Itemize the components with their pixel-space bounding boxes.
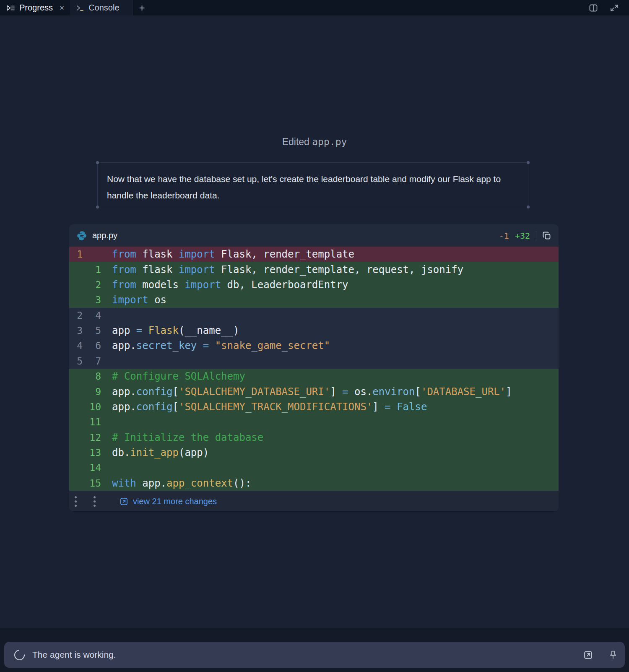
status-text: The agent is working. <box>32 650 116 660</box>
tab-console[interactable]: Console <box>70 0 132 16</box>
new-line-number: 15 <box>83 478 101 489</box>
code-line: app.config['SQLALCHEMY_TRACK_MODIFICATIO… <box>112 401 427 413</box>
diff-row: 9app.config['SQLALCHEMY_DATABASE_URI'] =… <box>69 384 559 399</box>
diff-card: app.py -1 +32 1from flask import Flask, … <box>69 224 559 511</box>
diff-row: 1from flask import Flask, render_templat… <box>69 262 559 277</box>
view-more-changes-label: view 21 more changes <box>133 497 217 506</box>
close-icon[interactable]: × <box>60 4 64 12</box>
tab-progress[interactable]: Progress × <box>0 0 70 16</box>
diff-rows: 1from flask import Flask, render_templat… <box>69 247 559 491</box>
new-line-number: 4 <box>83 310 101 321</box>
diff-row: 2from models import db, LeaderboardEntry <box>69 277 559 292</box>
diff-row: 13db.init_app(app) <box>69 445 559 460</box>
code-line: with app.app_context(): <box>112 477 251 489</box>
old-line-number: 2 <box>69 310 83 321</box>
code-line: from flask import Flask, render_template <box>112 248 354 260</box>
more-options-icon <box>75 496 77 507</box>
diff-row: 15with app.app_context(): <box>69 476 559 491</box>
code-line: app.secret_key = "snake_game_secret" <box>112 340 330 352</box>
diff-row: 24 <box>69 308 559 323</box>
diff-row: 35app = Flask(__name__) <box>69 323 559 338</box>
new-line-number: 13 <box>83 447 101 458</box>
additions-count: +32 <box>515 231 530 241</box>
event-title-filename: app.py <box>312 136 347 147</box>
split-view-icon[interactable] <box>589 4 598 12</box>
new-line-number: 6 <box>83 340 101 351</box>
diff-row: 10app.config['SQLALCHEMY_TRACK_MODIFICAT… <box>69 399 559 414</box>
spinner-icon <box>12 647 27 662</box>
status-bar: The agent is working. <box>4 642 625 668</box>
corner-dot <box>96 206 99 208</box>
removals-count: -1 <box>499 231 509 241</box>
more-options-icon <box>94 496 96 507</box>
diff-row: 1from flask import Flask, render_templat… <box>69 247 559 262</box>
view-more-changes-link[interactable]: view 21 more changes <box>120 497 217 506</box>
new-line-number: 8 <box>83 371 101 382</box>
diff-row: 12# Initialize the database <box>69 430 559 445</box>
code-line: app.config['SQLALCHEMY_DATABASE_URI'] = … <box>112 386 512 398</box>
agent-message-box: Now that we have the database set up, le… <box>97 162 528 207</box>
corner-dot <box>527 206 530 208</box>
progress-list-icon <box>6 4 15 12</box>
old-line-number: 4 <box>69 340 83 351</box>
corner-dot <box>96 161 99 164</box>
corner-dot <box>527 161 530 164</box>
tab-label: Console <box>88 3 119 13</box>
terminal-icon <box>76 4 84 12</box>
diff-row: 14 <box>69 460 559 475</box>
diff-row: 8# Configure SQLAlchemy <box>69 369 559 384</box>
old-line-number: 1 <box>69 249 83 260</box>
pin-icon[interactable] <box>609 650 617 659</box>
diff-row: 3import os <box>69 292 559 307</box>
code-line: # Initialize the database <box>112 432 263 443</box>
new-line-number: 3 <box>83 294 101 305</box>
divider <box>536 231 536 240</box>
diff-row: 46app.secret_key = "snake_game_secret" <box>69 338 559 353</box>
event-title-prefix: Edited <box>282 136 312 147</box>
event-title: Edited app.py <box>0 136 629 148</box>
diff-card-header: app.py -1 +32 <box>69 224 559 247</box>
code-line: db.init_app(app) <box>112 447 209 458</box>
tab-label: Progress <box>19 3 53 13</box>
code-line: from models import db, LeaderboardEntry <box>112 279 348 291</box>
open-external-icon <box>120 497 128 506</box>
copy-icon[interactable] <box>542 231 551 240</box>
code-line: import os <box>112 294 166 306</box>
diff-row: 57 <box>69 354 559 369</box>
diff-card-footer: view 21 more changes <box>69 491 559 511</box>
expand-icon[interactable] <box>610 4 619 12</box>
new-line-number: 7 <box>83 356 101 367</box>
old-line-number: 5 <box>69 356 83 367</box>
agent-message-text: Now that we have the database set up, le… <box>107 171 519 203</box>
new-tab-button[interactable]: + <box>133 0 152 16</box>
code-line: from flask import Flask, render_template… <box>112 264 463 276</box>
new-line-number: 9 <box>83 386 101 397</box>
code-line: app = Flask(__name__) <box>112 325 239 336</box>
new-line-number: 12 <box>83 432 101 443</box>
new-line-number: 2 <box>83 279 101 290</box>
new-line-number: 10 <box>83 401 101 412</box>
new-line-number: 11 <box>83 417 101 427</box>
diff-row: 11 <box>69 414 559 430</box>
new-line-number: 5 <box>83 325 101 336</box>
code-line: # Configure SQLAlchemy <box>112 370 245 382</box>
open-external-icon[interactable] <box>583 650 593 660</box>
old-line-number: 3 <box>69 325 83 336</box>
new-line-number: 14 <box>83 462 101 473</box>
python-icon <box>76 230 87 241</box>
new-line-number: 1 <box>83 264 101 275</box>
tab-bar: Progress × Console + <box>0 0 629 16</box>
diff-filename: app.py <box>92 231 117 240</box>
